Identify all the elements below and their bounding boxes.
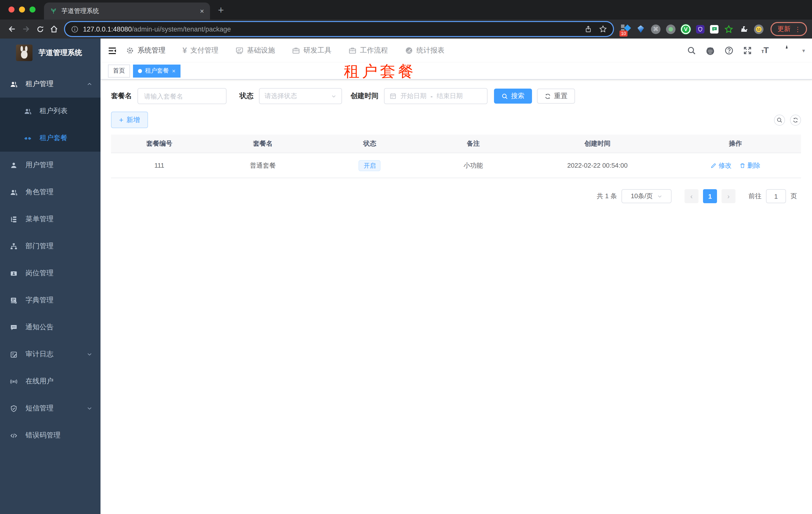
status-select[interactable]: 请选择状态 <box>259 88 342 104</box>
goto-page-input[interactable] <box>766 189 786 203</box>
url-path: /admin-ui/system/tenant/package <box>132 25 231 33</box>
sidebar-item-user-management[interactable]: 用户管理 <box>0 152 100 179</box>
gem-extension-icon[interactable] <box>636 24 645 34</box>
search-icon[interactable] <box>687 46 696 55</box>
topnav-infrastructure[interactable]: 基础设施 <box>235 46 275 55</box>
toggle-search-button[interactable] <box>774 114 785 125</box>
browser-menu-icon[interactable]: ⋮ <box>794 25 801 33</box>
topnav-statistics[interactable]: 统计报表 <box>405 46 444 55</box>
reload-icon[interactable] <box>33 22 47 36</box>
yen-icon: ¥ <box>182 46 187 55</box>
page-unit-label: 页 <box>790 192 797 201</box>
grid-diamond-extension-icon[interactable]: 10 <box>621 24 631 34</box>
sidebar-item-notice[interactable]: 通知公告 <box>0 314 100 341</box>
browser-update-button[interactable]: 更新 ⋮ <box>771 22 807 36</box>
topnav-system-management[interactable]: 系统管理 <box>126 46 166 55</box>
tag-home[interactable]: 首页 <box>108 64 130 77</box>
tag-label: 租户套餐 <box>145 66 169 75</box>
plus-icon: + <box>119 116 123 124</box>
current-page-button[interactable]: 1 <box>703 189 717 203</box>
tag-tenant-package[interactable]: 租户套餐 × <box>133 64 180 77</box>
zoom-window-button[interactable] <box>29 6 35 12</box>
help-icon[interactable] <box>724 46 733 55</box>
puzzle-extensions-icon[interactable] <box>739 24 749 34</box>
record-extension-icon[interactable] <box>666 24 675 34</box>
close-window-button[interactable] <box>8 6 14 12</box>
url-bar[interactable]: 127.0.0.1:48080/admin-ui/system/tenant/p… <box>65 22 613 36</box>
date-separator: - <box>431 92 433 100</box>
sidebar-item-error-code[interactable]: 错误码管理 <box>0 422 100 449</box>
new-tab-button[interactable]: + <box>218 4 224 16</box>
tag-close-icon[interactable]: × <box>172 67 175 74</box>
next-page-button[interactable]: › <box>722 189 735 203</box>
shield-purple-extension-icon[interactable] <box>696 25 704 33</box>
pagination: 共 1 条 10条/页 ‹ 1 › 前往 页 <box>111 189 801 203</box>
sidebar-item-online-users[interactable]: 在线用户 <box>0 368 100 395</box>
sidebar-item-role-management[interactable]: 角色管理 <box>0 179 100 206</box>
sidebar-item-label: 租户列表 <box>39 107 67 116</box>
chevron-up-icon <box>87 81 92 87</box>
create-time-label: 创建时间 <box>350 91 378 101</box>
site-info-icon[interactable] <box>71 25 79 33</box>
delete-action[interactable]: 删除 <box>739 161 760 170</box>
cell-remark: 小功能 <box>422 161 525 170</box>
add-button[interactable]: + 新增 <box>111 112 148 128</box>
app-logo-row[interactable]: 芋道管理系统 <box>0 38 100 66</box>
browser-tab[interactable]: 芋道管理系统 × <box>44 2 210 20</box>
font-size-icon[interactable]: тT <box>761 46 768 56</box>
date-range-picker[interactable]: 开始日期 - 结束日期 <box>384 88 488 104</box>
v-green-extension-icon[interactable]: V <box>681 24 691 34</box>
app-navbar: 系统管理 ¥ 支付管理 基础设施 <box>100 38 812 62</box>
page-size-select[interactable]: 10条/页 <box>621 189 671 203</box>
reset-button-label: 重置 <box>554 91 568 101</box>
package-name-input[interactable] <box>138 88 227 104</box>
page-content: 套餐名 状态 请选择状态 创建时间 开始日期 <box>100 80 812 203</box>
prev-page-button[interactable]: ‹ <box>685 189 698 203</box>
sidebar-item-post-management[interactable]: 岗位管理 <box>0 260 100 287</box>
tab-close-icon[interactable]: × <box>200 7 204 15</box>
topnav-label: 统计报表 <box>416 46 444 55</box>
user-avatar[interactable] <box>778 43 793 58</box>
tag-label: 首页 <box>113 66 125 75</box>
reset-button[interactable]: 重置 <box>537 88 575 104</box>
back-icon[interactable] <box>5 22 19 36</box>
topnav-dev-tools[interactable]: 研发工具 <box>292 46 331 55</box>
table-toolbar: + 新增 <box>111 112 801 128</box>
sidebar-item-dictionary-management[interactable]: 字典管理 <box>0 287 100 314</box>
sidebar-collapse-icon[interactable] <box>108 46 117 55</box>
app-title: 芋道管理系统 <box>38 48 82 57</box>
date-start-placeholder: 开始日期 <box>401 91 427 101</box>
edit-action[interactable]: 修改 <box>710 161 731 170</box>
chat-green-extension-icon[interactable] <box>710 25 719 33</box>
app-logo-rabbit <box>16 44 32 61</box>
notice-icon <box>10 324 18 331</box>
refresh-table-button[interactable] <box>790 114 801 125</box>
sidebar-item-audit-log[interactable]: 审计日志 <box>0 341 100 368</box>
sidebar-item-tenant-management[interactable]: 租户管理 <box>0 71 100 98</box>
topnav-workflow[interactable]: 工作流程 <box>348 46 388 55</box>
home-icon[interactable] <box>47 22 61 36</box>
emoji-face-extension-icon[interactable] <box>754 24 763 34</box>
star-green-extension-icon[interactable] <box>724 24 733 34</box>
sidebar-item-sms-management[interactable]: 短信管理 <box>0 395 100 422</box>
command-extension-icon[interactable]: ⌘ <box>651 24 661 34</box>
sidebar-item-department-management[interactable]: 部门管理 <box>0 233 100 260</box>
topnav-payment-management[interactable]: ¥ 支付管理 <box>182 46 219 55</box>
browser-window: 芋道管理系统 × + 127.0.0.1:48080/admin-ui/syst… <box>0 0 812 514</box>
search-button[interactable]: 搜索 <box>494 88 532 104</box>
github-icon[interactable] <box>705 46 715 55</box>
sidebar-item-tenant-list[interactable]: 租户列表 <box>0 98 100 125</box>
forward-icon[interactable] <box>19 22 33 36</box>
avatar-caret-icon[interactable]: ▾ <box>802 47 805 54</box>
minimize-window-button[interactable] <box>19 6 25 12</box>
fullscreen-icon[interactable] <box>743 46 752 55</box>
sidebar-item-label: 错误码管理 <box>26 431 60 440</box>
pagination-total: 共 1 条 <box>597 192 617 201</box>
bookmark-star-icon[interactable] <box>599 25 607 33</box>
status-badge[interactable]: 开启 <box>359 160 381 171</box>
sidebar-item-tenant-package[interactable]: 租户套餐 <box>0 125 100 152</box>
sidebar-item-menu-management[interactable]: 菜单管理 <box>0 206 100 233</box>
share-icon[interactable] <box>584 25 592 33</box>
package-icon <box>24 134 31 142</box>
column-header: 套餐编号 <box>111 139 207 148</box>
